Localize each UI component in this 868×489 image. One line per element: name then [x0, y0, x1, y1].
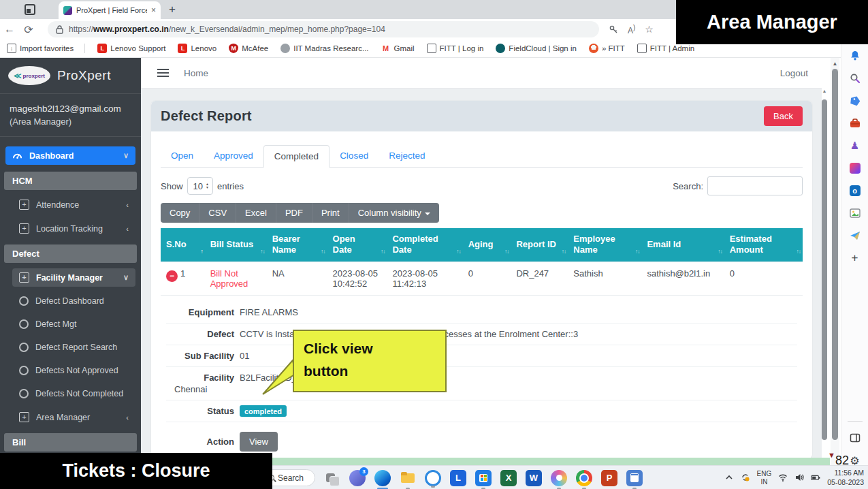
inner-scrollbar[interactable]: ▲ — [821, 89, 828, 456]
col-bearer-name[interactable]: Bearer Name↑↓ — [267, 228, 327, 262]
sidebar-item-defects-not-approved[interactable]: Defects Not Approved — [12, 362, 135, 379]
favorite-star-icon[interactable]: ☆ — [645, 24, 654, 35]
word-icon[interactable]: W — [526, 470, 542, 486]
back-button[interactable]: Back — [764, 106, 803, 126]
search-icon[interactable] — [849, 72, 861, 84]
lenovo-vantage-icon[interactable]: L — [450, 470, 466, 486]
tray-chevron-up-icon[interactable] — [724, 473, 734, 484]
chrome-icon[interactable] — [576, 470, 592, 486]
bookmark-lenovo-support[interactable]: LLenovo Support — [97, 44, 165, 53]
col-email-id[interactable]: Email Id↑↓ — [641, 228, 724, 262]
app-sidebar: ≪proxpert ProXpert mageshb2l123@gmail.co… — [0, 58, 141, 465]
view-button[interactable]: View — [240, 432, 278, 452]
copy-button[interactable]: Copy — [161, 203, 199, 223]
col-bill-status[interactable]: Bill Status↑↓ — [205, 228, 267, 262]
paint-icon[interactable] — [551, 470, 567, 486]
sort-icon: ↑↓ — [797, 248, 801, 255]
shopping-tag-icon[interactable] — [849, 95, 861, 107]
tab-approved[interactable]: Approved — [204, 145, 263, 167]
scroll-up-icon[interactable]: ▲ — [821, 89, 828, 93]
col-estimated-amount[interactable]: Estimated Amount↑↓ — [724, 228, 803, 262]
sidebar-item-attendence[interactable]: + Attendence ‹ — [12, 195, 135, 214]
excel-button[interactable]: Excel — [236, 203, 276, 223]
page-scrollbar[interactable]: ▲ — [831, 58, 839, 465]
excel-icon[interactable]: X — [500, 470, 517, 486]
powerpoint-icon[interactable]: P — [601, 470, 617, 486]
bookmark-gmail[interactable]: MGmail — [381, 44, 415, 53]
csv-button[interactable]: CSV — [199, 203, 236, 223]
sidebar-item-location-tracking[interactable]: + Location Tracking ‹ — [12, 219, 135, 238]
outlook-icon[interactable]: o — [849, 185, 861, 197]
notifications-bell-icon[interactable] — [849, 50, 861, 62]
scroll-up-icon[interactable]: ▲ — [831, 58, 839, 67]
col-employee-name[interactable]: Employee Name↑↓ — [568, 228, 641, 262]
pdf-button[interactable]: PDF — [276, 203, 312, 223]
games-icon[interactable]: ♟ — [849, 140, 861, 152]
teams-chat-icon[interactable]: 3 — [349, 470, 366, 486]
column-visibility-button[interactable]: Column visibility — [349, 203, 439, 223]
bookmark-iit-madras[interactable]: IIT Madras Researc... — [280, 44, 368, 53]
sidebar-item-dashboard[interactable]: Dashboard ∨ — [5, 146, 135, 165]
bookmark-mcafee[interactable]: MMcAfee — [229, 44, 268, 53]
new-tab-button[interactable]: + — [169, 3, 176, 16]
col-completed-date[interactable]: Completed Date↑↓ — [387, 228, 462, 262]
bookmark-lenovo[interactable]: LLenovo — [178, 44, 216, 53]
scrollbar-thumb[interactable] — [822, 99, 827, 440]
microsoft-365-icon[interactable] — [849, 162, 861, 174]
boxed-plus-icon: + — [19, 200, 29, 210]
scrollbar-thumb[interactable] — [832, 69, 838, 440]
wifi-icon[interactable] — [778, 473, 788, 484]
browser-tab[interactable]: ProXpert | Field Force Automation × — [59, 1, 161, 19]
tray-clock[interactable]: 11:56 AM05-08-2023 — [827, 469, 864, 486]
toolbox-icon[interactable] — [849, 117, 861, 129]
file-explorer-icon[interactable] — [400, 470, 416, 486]
microsoft-store-icon[interactable] — [475, 470, 492, 486]
callout-line1: Click view — [304, 338, 445, 360]
sidebar-item-defect-report-search[interactable]: Defect Report Search — [12, 338, 135, 356]
hamburger-menu-icon[interactable] — [157, 69, 169, 77]
sidebar-item-area-manager[interactable]: + Area Manager ‹ — [12, 408, 135, 426]
designer-image-icon[interactable] — [849, 207, 861, 219]
sidebar-item-defects-not-completed[interactable]: Defects Not Completed — [12, 385, 135, 403]
calculator-icon[interactable] — [626, 470, 643, 486]
col-open-date[interactable]: Open Date↑↓ — [327, 228, 387, 262]
collapse-row-icon[interactable]: − — [166, 270, 178, 282]
tab-workspaces-icon[interactable] — [25, 4, 35, 15]
sidebar-panel-icon[interactable] — [849, 432, 861, 444]
address-bar[interactable]: https://www.proxpert.co.in/new_k_Eversen… — [48, 21, 599, 37]
sidebar-item-defect-dashboard[interactable]: Defect Dashboard — [12, 292, 135, 310]
tab-open[interactable]: Open — [161, 145, 204, 167]
battery-icon[interactable] — [811, 473, 820, 484]
nav-home-link[interactable]: Home — [184, 68, 208, 78]
task-view-icon[interactable] — [324, 470, 340, 486]
refresh-icon[interactable]: ⟳ — [19, 23, 38, 36]
add-sidebar-item-icon[interactable]: + — [849, 252, 861, 264]
bookmark-import-favorites[interactable]: ↓Import favorites — [7, 44, 85, 53]
drop-paper-plane-icon[interactable] — [849, 230, 861, 242]
tab-closed[interactable]: Closed — [329, 145, 379, 167]
page-size-select[interactable]: 10 ▲▼ — [187, 177, 213, 195]
print-button[interactable]: Print — [312, 203, 349, 223]
tab-rejected[interactable]: Rejected — [379, 145, 435, 167]
password-key-icon[interactable] — [609, 25, 618, 34]
sync-status-icon[interactable] — [741, 473, 750, 484]
col-aging[interactable]: Aging↑↓ — [463, 228, 511, 262]
sidebar-item-defect-mgt[interactable]: Defect Mgt — [12, 315, 135, 333]
tab-close-icon[interactable]: × — [151, 5, 156, 15]
col-report-id[interactable]: Report ID↑↓ — [511, 228, 568, 262]
back-icon[interactable]: ← — [0, 23, 19, 35]
volume-icon[interactable] — [794, 473, 804, 484]
bookmark-fieldcloud[interactable]: FieldCloud | Sign in — [496, 44, 577, 53]
read-aloud-icon[interactable]: A) — [628, 24, 635, 35]
nav-logout-link[interactable]: Logout — [780, 68, 808, 78]
bookmark-fitt-login[interactable]: FITT | Log in — [427, 44, 484, 53]
sidebar-item-facility-manager[interactable]: + Facility Manager ∨ — [12, 268, 135, 287]
tab-completed[interactable]: Completed — [263, 145, 329, 168]
cortana-icon[interactable] — [425, 470, 441, 486]
language-indicator[interactable]: ENGIN — [757, 470, 772, 486]
bookmark-fitt-admin[interactable]: FITT | Admin — [637, 44, 694, 53]
edge-browser-icon[interactable] — [374, 470, 391, 486]
search-input[interactable] — [707, 176, 803, 195]
bookmark-fitt[interactable]: » FITT — [589, 44, 625, 53]
col-sno[interactable]: S.No↑ — [161, 228, 205, 262]
